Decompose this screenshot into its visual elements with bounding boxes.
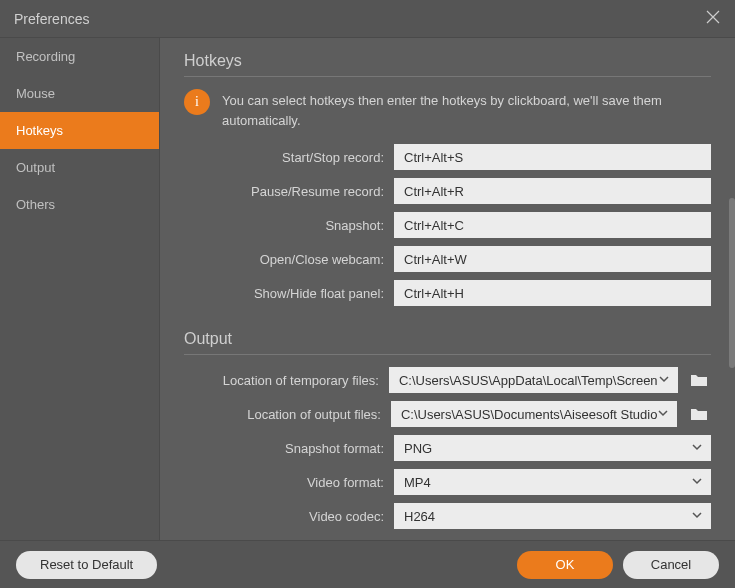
- row-start-stop-record: Start/Stop record:: [184, 144, 711, 170]
- row-temp-location: Location of temporary files: C:\Users\AS…: [184, 367, 711, 393]
- label-pause-resume: Pause/Resume record:: [184, 184, 384, 199]
- select-text: C:\Users\ASUS\Documents\Aiseesoft Studio: [401, 407, 658, 422]
- browse-output-button[interactable]: [687, 402, 711, 426]
- body: Recording Mouse Hotkeys Output Others Ho…: [0, 38, 735, 540]
- select-temp-location[interactable]: C:\Users\ASUS\AppData\Local\Temp\Screen: [389, 367, 678, 393]
- window-title: Preferences: [14, 11, 705, 27]
- select-text: C:\Users\ASUS\AppData\Local\Temp\Screen: [399, 373, 658, 388]
- row-snapshot-format: Snapshot format: PNG: [184, 435, 711, 461]
- label-start-stop: Start/Stop record:: [184, 150, 384, 165]
- sidebar-item-output[interactable]: Output: [0, 149, 159, 186]
- input-float-panel[interactable]: [394, 280, 711, 306]
- info-text: You can select hotkeys then enter the ho…: [222, 89, 711, 130]
- footer: Reset to Default OK Cancel: [0, 540, 735, 588]
- output-rows: Location of temporary files: C:\Users\AS…: [184, 367, 711, 529]
- label-float-panel: Show/Hide float panel:: [184, 286, 384, 301]
- title-bar: Preferences: [0, 0, 735, 38]
- row-webcam: Open/Close webcam:: [184, 246, 711, 272]
- label-snapshot-format: Snapshot format:: [184, 441, 384, 456]
- close-icon[interactable]: [705, 9, 721, 28]
- row-video-format: Video format: MP4: [184, 469, 711, 495]
- label-output-location: Location of output files:: [184, 407, 381, 422]
- sidebar-item-recording[interactable]: Recording: [0, 38, 159, 75]
- select-output-location[interactable]: C:\Users\ASUS\Documents\Aiseesoft Studio: [391, 401, 678, 427]
- chevron-down-icon: [691, 475, 703, 490]
- sidebar-item-hotkeys[interactable]: Hotkeys: [0, 112, 159, 149]
- ok-button[interactable]: OK: [517, 551, 613, 579]
- reset-button[interactable]: Reset to Default: [16, 551, 157, 579]
- input-snapshot[interactable]: [394, 212, 711, 238]
- chevron-down-icon: [691, 509, 703, 524]
- preferences-window: Preferences Recording Mouse Hotkeys Outp…: [0, 0, 735, 588]
- info-icon: i: [184, 89, 210, 115]
- section-title-hotkeys: Hotkeys: [184, 52, 711, 77]
- chevron-down-icon: [691, 441, 703, 456]
- label-video-codec: Video codec:: [184, 509, 384, 524]
- sidebar: Recording Mouse Hotkeys Output Others: [0, 38, 160, 540]
- row-pause-resume-record: Pause/Resume record:: [184, 178, 711, 204]
- label-video-format: Video format:: [184, 475, 384, 490]
- chevron-down-icon: [658, 373, 670, 388]
- select-text: PNG: [404, 441, 691, 456]
- row-output-location: Location of output files: C:\Users\ASUS\…: [184, 401, 711, 427]
- sidebar-item-others[interactable]: Others: [0, 186, 159, 223]
- row-float-panel: Show/Hide float panel:: [184, 280, 711, 306]
- label-snapshot: Snapshot:: [184, 218, 384, 233]
- hotkey-rows: Start/Stop record: Pause/Resume record: …: [184, 144, 711, 306]
- info-row: i You can select hotkeys then enter the …: [184, 89, 711, 130]
- section-title-output: Output: [184, 330, 711, 355]
- content-area: Hotkeys i You can select hotkeys then en…: [160, 38, 735, 540]
- input-pause-resume[interactable]: [394, 178, 711, 204]
- row-video-codec: Video codec: H264: [184, 503, 711, 529]
- browse-temp-button[interactable]: [688, 368, 711, 392]
- input-webcam[interactable]: [394, 246, 711, 272]
- label-webcam: Open/Close webcam:: [184, 252, 384, 267]
- scrollbar-thumb[interactable]: [729, 198, 735, 368]
- select-text: H264: [404, 509, 691, 524]
- row-snapshot: Snapshot:: [184, 212, 711, 238]
- select-snapshot-format[interactable]: PNG: [394, 435, 711, 461]
- select-text: MP4: [404, 475, 691, 490]
- sidebar-item-mouse[interactable]: Mouse: [0, 75, 159, 112]
- label-temp-location: Location of temporary files:: [184, 373, 379, 388]
- select-video-codec[interactable]: H264: [394, 503, 711, 529]
- select-video-format[interactable]: MP4: [394, 469, 711, 495]
- cancel-button[interactable]: Cancel: [623, 551, 719, 579]
- chevron-down-icon: [657, 407, 669, 422]
- input-start-stop[interactable]: [394, 144, 711, 170]
